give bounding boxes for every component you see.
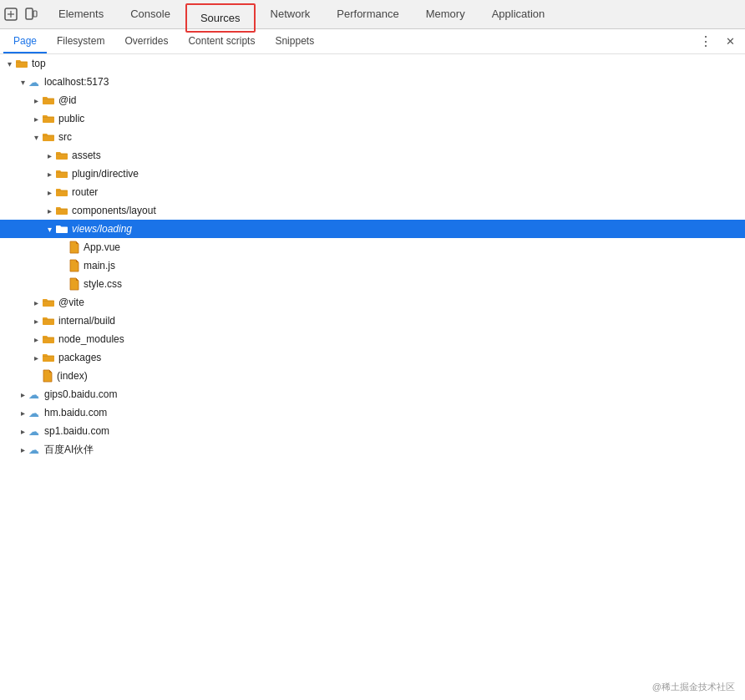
tree-arrow-hm[interactable]: ▸: [17, 407, 28, 418]
tree-item-top[interactable]: ▾ top: [0, 54, 745, 73]
folder-icon-public: [42, 114, 55, 124]
tree-item-mainjs[interactable]: main.js: [0, 256, 745, 275]
tree-label-vite: @vite: [58, 297, 84, 308]
tree-item-components[interactable]: ▸ components/layout: [0, 201, 745, 220]
folder-icon-packages: [42, 353, 55, 363]
tree-item-index[interactable]: (index): [0, 367, 745, 385]
tree-item-appvue[interactable]: App.vue: [0, 238, 745, 256]
device-icon[interactable]: [23, 7, 38, 22]
tree-label-top: top: [32, 58, 46, 69]
folder-icon-components: [55, 205, 68, 216]
tree-arrow-baidu-ai[interactable]: ▸: [17, 444, 28, 455]
tree-arrow-views[interactable]: ▾: [43, 223, 55, 235]
tab-elements[interactable]: Elements: [45, 0, 117, 29]
tree-item-id[interactable]: ▸ @id: [0, 91, 745, 109]
tab-application[interactable]: Application: [479, 0, 559, 29]
svg-rect-4: [33, 11, 37, 17]
cursor-icon[interactable]: [3, 7, 18, 22]
tree-item-plugin[interactable]: ▸ plugin/directive: [0, 165, 745, 183]
svg-rect-3: [26, 8, 33, 19]
tree-label-id: @id: [58, 94, 77, 106]
tree-item-packages[interactable]: ▸ packages: [0, 348, 745, 367]
file-icon-appvue: [68, 241, 80, 254]
more-tabs-icon[interactable]: ⋮: [692, 33, 719, 49]
tree-label-plugin: plugin/directive: [72, 168, 139, 180]
tree-item-nodemodules[interactable]: ▸ node_modules: [0, 330, 745, 348]
tree-item-stylecss[interactable]: style.css: [0, 275, 745, 293]
tab-console[interactable]: Console: [117, 0, 184, 29]
tab-overrides[interactable]: Overrides: [114, 29, 178, 53]
folder-icon-src: [42, 132, 55, 142]
tree-arrow-id[interactable]: ▸: [30, 94, 42, 106]
file-tree: ▾ top▾☁localhost:5173▸ @id▸ public▾ src▸…: [0, 54, 745, 675]
tree-item-sp1[interactable]: ▸☁sp1.baidu.com: [0, 422, 745, 440]
tree-item-gips0[interactable]: ▸☁gips0.baidu.com: [0, 385, 745, 403]
tree-label-components: components/layout: [72, 205, 156, 216]
tab-content-scripts[interactable]: Content scripts: [178, 29, 265, 53]
cloud-icon-localhost: ☁: [28, 76, 43, 89]
tree-label-hm: hm.baidu.com: [44, 407, 107, 418]
tab-performance[interactable]: Performance: [323, 0, 412, 29]
tree-label-src: src: [58, 131, 72, 143]
secondary-tab-bar: Page Filesystem Overrides Content script…: [0, 29, 745, 54]
tree-arrow-sp1[interactable]: ▸: [17, 425, 28, 437]
tree-label-packages: packages: [58, 352, 101, 363]
tree-item-localhost[interactable]: ▾☁localhost:5173: [0, 73, 745, 91]
folder-icon-nodemodules: [42, 334, 55, 344]
toolbar-icons: [3, 7, 38, 22]
folder-icon-router: [55, 187, 68, 197]
cloud-icon-gips0: ☁: [28, 388, 43, 401]
tab-snippets[interactable]: Snippets: [265, 29, 324, 53]
devtools-toolbar: Elements Console Sources Network Perform…: [0, 0, 745, 29]
tree-item-router[interactable]: ▸ router: [0, 183, 745, 201]
tree-label-baidu-ai: 百度AI伙伴: [44, 443, 94, 457]
tab-network[interactable]: Network: [257, 0, 324, 29]
file-icon-stylecss: [68, 277, 80, 291]
tree-label-internal: internal/build: [58, 315, 115, 327]
tree-arrow-plugin[interactable]: ▸: [43, 168, 55, 180]
tree-arrow-packages[interactable]: ▸: [30, 352, 42, 363]
tree-arrow-internal[interactable]: ▸: [30, 315, 42, 327]
file-icon-index: [42, 369, 53, 383]
folder-icon-plugin: [55, 169, 68, 179]
tab-page[interactable]: Page: [3, 29, 47, 53]
tree-arrow-gips0[interactable]: ▸: [17, 388, 28, 400]
tree-arrow-vite[interactable]: ▸: [30, 297, 42, 308]
tree-label-localhost: localhost:5173: [44, 76, 109, 88]
folder-icon-assets: [55, 150, 68, 160]
tree-item-internal[interactable]: ▸ internal/build: [0, 312, 745, 330]
tree-label-sp1: sp1.baidu.com: [44, 425, 109, 437]
tree-arrow-src[interactable]: ▾: [30, 131, 42, 143]
file-icon-mainjs: [68, 259, 80, 272]
tree-arrow-localhost[interactable]: ▾: [17, 76, 28, 88]
tree-arrow-router[interactable]: ▸: [43, 186, 55, 198]
tree-item-public[interactable]: ▸ public: [0, 109, 745, 128]
tree-item-hm[interactable]: ▸☁hm.baidu.com: [0, 403, 745, 422]
tree-item-vite[interactable]: ▸ @vite: [0, 293, 745, 312]
tree-label-views: views/loading: [72, 223, 132, 235]
folder-icon-internal: [42, 316, 55, 326]
tree-arrow-assets[interactable]: ▸: [43, 150, 55, 161]
folder-icon-top: [15, 58, 28, 68]
tree-label-stylecss: style.css: [84, 278, 122, 290]
tree-arrow-public[interactable]: ▸: [30, 113, 42, 124]
folder-icon-id: [42, 95, 55, 105]
close-panel-icon[interactable]: ✕: [719, 35, 742, 48]
tree-arrow-components[interactable]: ▸: [43, 205, 55, 216]
tree-arrow-top[interactable]: ▾: [3, 58, 15, 69]
tree-arrow-nodemodules[interactable]: ▸: [30, 333, 42, 345]
tree-item-views[interactable]: ▾ views/loading: [0, 220, 745, 238]
tab-filesystem[interactable]: Filesystem: [47, 29, 114, 53]
top-tab-bar: Elements Console Sources Network Perform…: [45, 0, 742, 29]
tree-label-assets: assets: [72, 150, 101, 161]
tree-item-assets[interactable]: ▸ assets: [0, 146, 745, 165]
cloud-icon-baidu-ai: ☁: [28, 444, 43, 456]
tree-label-nodemodules: node_modules: [58, 333, 124, 345]
tree-item-src[interactable]: ▾ src: [0, 128, 745, 146]
cloud-icon-sp1: ☁: [28, 425, 43, 438]
tab-memory[interactable]: Memory: [413, 0, 479, 29]
watermark: @稀土掘金技术社区: [652, 681, 735, 693]
tree-item-baidu-ai[interactable]: ▸☁百度AI伙伴: [0, 440, 745, 459]
tree-label-router: router: [72, 186, 98, 198]
tab-sources[interactable]: Sources: [185, 3, 256, 33]
